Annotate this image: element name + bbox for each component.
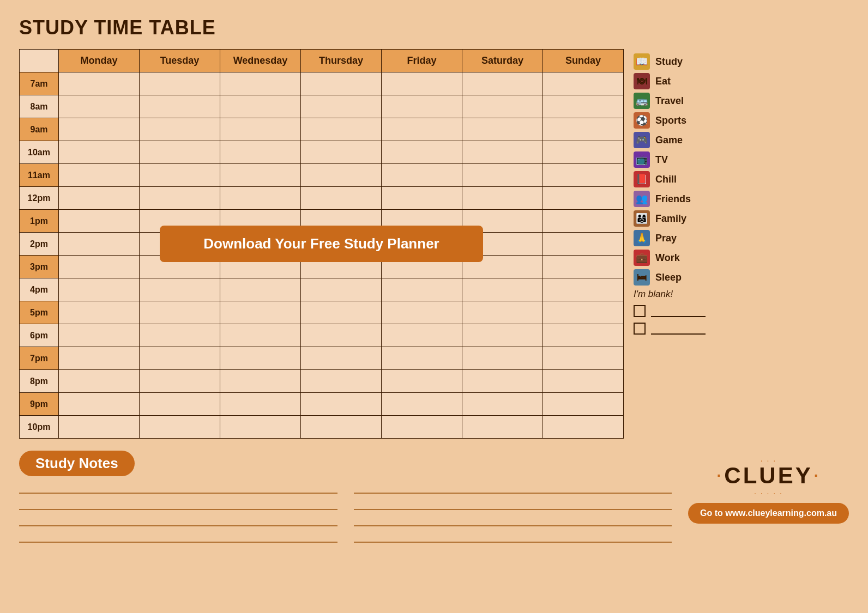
schedule-cell[interactable] [59, 187, 140, 210]
schedule-cell[interactable] [543, 416, 624, 439]
schedule-cell[interactable] [59, 210, 140, 233]
schedule-cell[interactable] [59, 301, 140, 324]
schedule-cell[interactable] [462, 118, 543, 141]
schedule-cell[interactable] [140, 141, 220, 164]
schedule-cell[interactable] [543, 256, 624, 278]
schedule-cell[interactable] [140, 347, 220, 370]
blank-checkbox[interactable] [634, 305, 646, 317]
schedule-cell[interactable] [220, 370, 301, 393]
schedule-cell[interactable] [59, 393, 140, 416]
schedule-cell[interactable] [220, 324, 301, 347]
schedule-cell[interactable] [301, 301, 382, 324]
schedule-cell[interactable] [382, 187, 462, 210]
schedule-cell[interactable] [382, 72, 462, 95]
schedule-cell[interactable] [59, 164, 140, 187]
schedule-cell[interactable] [382, 370, 462, 393]
schedule-cell[interactable] [543, 72, 624, 95]
schedule-cell[interactable] [140, 416, 220, 439]
schedule-cell[interactable] [59, 324, 140, 347]
schedule-cell[interactable] [301, 187, 382, 210]
schedule-cell[interactable] [59, 347, 140, 370]
schedule-cell[interactable] [462, 301, 543, 324]
schedule-cell[interactable] [382, 347, 462, 370]
schedule-cell[interactable] [462, 187, 543, 210]
schedule-cell[interactable] [140, 370, 220, 393]
schedule-cell[interactable] [543, 164, 624, 187]
schedule-cell[interactable] [382, 141, 462, 164]
schedule-cell[interactable] [59, 233, 140, 256]
schedule-cell[interactable] [301, 416, 382, 439]
schedule-cell[interactable] [59, 416, 140, 439]
schedule-cell[interactable] [301, 164, 382, 187]
schedule-cell[interactable] [140, 95, 220, 118]
schedule-cell[interactable] [220, 72, 301, 95]
schedule-cell[interactable] [301, 370, 382, 393]
schedule-cell[interactable] [301, 347, 382, 370]
schedule-cell[interactable] [543, 141, 624, 164]
schedule-cell[interactable] [462, 416, 543, 439]
schedule-cell[interactable] [543, 347, 624, 370]
schedule-cell[interactable] [140, 187, 220, 210]
schedule-cell[interactable] [301, 393, 382, 416]
schedule-cell[interactable] [382, 278, 462, 301]
schedule-cell[interactable] [382, 301, 462, 324]
schedule-cell[interactable] [301, 278, 382, 301]
schedule-cell[interactable] [462, 278, 543, 301]
schedule-cell[interactable] [59, 278, 140, 301]
schedule-cell[interactable] [543, 118, 624, 141]
schedule-cell[interactable] [220, 301, 301, 324]
schedule-cell[interactable] [543, 233, 624, 256]
website-button[interactable]: Go to www.clueylearning.com.au [688, 503, 849, 524]
schedule-cell[interactable] [382, 393, 462, 416]
schedule-cell[interactable] [220, 278, 301, 301]
schedule-cell[interactable] [140, 301, 220, 324]
schedule-cell[interactable] [140, 324, 220, 347]
schedule-cell[interactable] [140, 393, 220, 416]
schedule-cell[interactable] [301, 72, 382, 95]
blank-checkbox[interactable] [634, 323, 646, 335]
schedule-cell[interactable] [462, 393, 543, 416]
schedule-cell[interactable] [59, 370, 140, 393]
schedule-cell[interactable] [140, 278, 220, 301]
schedule-cell[interactable] [462, 72, 543, 95]
schedule-cell[interactable] [140, 164, 220, 187]
schedule-cell[interactable] [140, 118, 220, 141]
schedule-cell[interactable] [220, 95, 301, 118]
schedule-cell[interactable] [543, 324, 624, 347]
schedule-cell[interactable] [382, 118, 462, 141]
schedule-cell[interactable] [59, 118, 140, 141]
schedule-cell[interactable] [301, 141, 382, 164]
schedule-cell[interactable] [220, 164, 301, 187]
schedule-cell[interactable] [301, 118, 382, 141]
schedule-cell[interactable] [220, 393, 301, 416]
schedule-cell[interactable] [59, 256, 140, 278]
schedule-cell[interactable] [59, 72, 140, 95]
schedule-cell[interactable] [543, 393, 624, 416]
schedule-cell[interactable] [301, 324, 382, 347]
schedule-cell[interactable] [543, 210, 624, 233]
schedule-cell[interactable] [382, 164, 462, 187]
schedule-cell[interactable] [220, 187, 301, 210]
schedule-cell[interactable] [382, 416, 462, 439]
schedule-cell[interactable] [462, 141, 543, 164]
schedule-cell[interactable] [140, 72, 220, 95]
schedule-cell[interactable] [543, 370, 624, 393]
schedule-cell[interactable] [462, 164, 543, 187]
schedule-cell[interactable] [220, 347, 301, 370]
schedule-cell[interactable] [59, 95, 140, 118]
schedule-cell[interactable] [462, 324, 543, 347]
schedule-cell[interactable] [543, 278, 624, 301]
schedule-cell[interactable] [220, 141, 301, 164]
schedule-cell[interactable] [462, 95, 543, 118]
schedule-cell[interactable] [543, 95, 624, 118]
schedule-cell[interactable] [543, 301, 624, 324]
schedule-cell[interactable] [301, 95, 382, 118]
schedule-cell[interactable] [462, 347, 543, 370]
schedule-cell[interactable] [220, 416, 301, 439]
schedule-cell[interactable] [462, 370, 543, 393]
schedule-cell[interactable] [543, 187, 624, 210]
schedule-cell[interactable] [382, 324, 462, 347]
schedule-cell[interactable] [59, 141, 140, 164]
schedule-cell[interactable] [220, 118, 301, 141]
download-button[interactable]: Download Your Free Study Planner [160, 226, 483, 262]
